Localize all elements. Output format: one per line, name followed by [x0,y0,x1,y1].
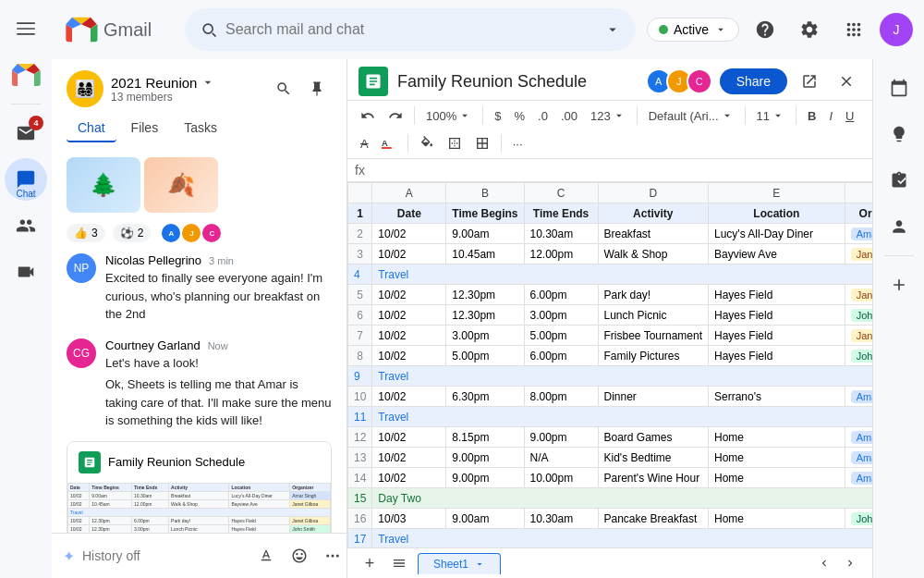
mail-badge: 4 [29,116,43,130]
table-row: 1 Date Time Begins Time Ends Activity Lo… [348,203,873,224]
fill-color-icon [419,136,434,151]
scroll-right-btn[interactable] [839,552,861,574]
text-nicolas: Excited to finally see everyone again! I… [105,269,332,324]
tab-tasks[interactable]: Tasks [173,115,228,142]
msg-content-courtney: Courtney Garland Now Let's have a look! … [105,338,332,430]
user-avatar[interactable]: J [880,13,913,46]
table-row: 13 10/02 9.00pm N/A Kid's Bedtime Home A… [348,448,873,468]
apps-btn[interactable] [835,11,872,48]
table-row: 5 10/02 12.30pm 6.00pm Park day! Hayes F… [348,285,873,305]
sheet-list-btn[interactable] [388,552,410,574]
reaction-avatar-1: A [162,224,180,242]
nav-chat-btn[interactable]: Chat [5,158,47,201]
chat-sidebar: 👨‍👩‍👧‍👦 2021 Reunion 13 members [52,59,347,578]
more-format-btn[interactable]: ··· [507,130,529,156]
search-dropdown-icon[interactable] [604,21,621,38]
active-status-badge[interactable]: Active [647,18,739,42]
chat-search-btn[interactable] [269,74,298,104]
group-dropdown-icon[interactable] [201,75,215,90]
time-courtney: Now [208,340,228,351]
percent-btn[interactable]: % [508,103,530,129]
tab-chat[interactable]: Chat [67,115,116,142]
file-card-header: Family Reunion Schedule [67,442,331,483]
share-button[interactable]: Share [720,68,787,94]
table-row: 3 10/02 10.45am 12.00pm Walk & Shop Bayv… [348,244,873,264]
gmail-text: Gmail [103,19,152,41]
reaction-2-count: 2 [138,227,144,240]
col-header-f[interactable]: F [845,183,872,203]
chat-tabs: Chat Files Tasks [52,107,346,142]
col-header-d[interactable]: D [598,183,709,203]
decimal-inc-btn[interactable]: .00 [555,103,583,129]
table-row: 17 Travel [348,529,873,548]
more-options-btn[interactable] [318,541,347,571]
format-num-btn[interactable]: 123 [585,103,631,129]
formula-bar: fx [347,159,872,182]
zoom-btn[interactable]: 100% [420,103,477,129]
hamburger-menu-btn[interactable] [5,7,47,50]
scroll-left-btn[interactable] [813,552,835,574]
currency-btn[interactable]: $ [489,103,506,129]
table-row: 11 Travel [348,407,873,427]
borders-btn[interactable] [442,130,468,156]
text-color-btn[interactable]: A [376,130,402,156]
fmt-div-6 [407,134,408,153]
fmt-div-2 [482,106,483,125]
strikethrough-btn[interactable]: A [355,130,374,156]
merge-cells-btn[interactable] [469,130,495,156]
format-text-btn[interactable] [251,541,281,571]
reaction-thumbs-up[interactable]: 👍 3 [67,224,105,242]
nav-meet-btn[interactable] [5,251,47,293]
right-panel-calendar-btn[interactable] [878,67,920,109]
open-in-new-btn[interactable] [795,67,824,96]
sheets-app-icon [359,67,388,96]
text-color-icon: A [382,136,396,151]
help-btn[interactable] [747,11,784,48]
nav-spaces-btn[interactable] [5,204,47,247]
table-row: 8 10/02 5.00pm 6.00pm Family Pictures Ha… [348,346,873,366]
chat-pin-btn[interactable] [302,74,332,104]
app-header: Gmail Active J [52,0,924,59]
file-preview: Date Time Begins Time Ends Activity Loca… [67,483,331,534]
svg-point-4 [332,555,334,558]
bold-btn[interactable]: B [802,103,821,129]
svg-rect-0 [17,22,35,24]
font-size-btn[interactable]: 11 [751,103,790,129]
italic-btn[interactable]: I [823,103,838,129]
col-header-c[interactable]: C [524,183,598,203]
right-panel-tasks-btn[interactable] [878,159,920,202]
search-bar[interactable] [185,8,636,51]
search-input[interactable] [225,21,597,38]
content-area: 👨‍👩‍👧‍👦 2021 Reunion 13 members [52,59,924,578]
close-sheet-btn[interactable] [832,67,861,96]
file-card-schedule[interactable]: Family Reunion Schedule Date Time Begins… [67,441,332,534]
font-family-btn[interactable]: Default (Ari... [643,103,739,129]
nav-separator [11,104,41,105]
table-row: 6 10/02 12.30pm 3.00pm Lunch Picnic Haye… [348,305,873,326]
col-header-e[interactable]: E [709,183,845,203]
add-sheet-btn[interactable]: + [359,552,381,574]
message-courtney: CG Courtney Garland Now Let's have a loo… [52,331,346,437]
undo-btn[interactable] [355,103,381,129]
fill-color-btn[interactable] [414,130,440,156]
col-header-b[interactable]: B [446,183,524,203]
col-header-a[interactable]: A [372,183,446,203]
redo-btn[interactable] [383,103,408,129]
fmt-div-4 [745,106,746,125]
right-panel-add-btn[interactable] [878,264,920,306]
underline-btn[interactable]: U [840,103,859,129]
emoji-btn[interactable] [285,541,314,571]
chat-input[interactable] [82,548,244,563]
decimal-dec-btn[interactable]: .0 [532,103,553,129]
settings-btn[interactable] [791,11,828,48]
right-panel-contacts-btn[interactable] [878,205,920,248]
chat-sidebar-header: 👨‍👩‍👧‍👦 2021 Reunion 13 members [52,59,346,107]
ai-sparkle-btn[interactable]: ✦ [63,543,75,569]
right-panel-keep-btn[interactable] [878,113,920,155]
reaction-soccer[interactable]: ⚽ 2 [113,224,152,242]
sheet-grid-wrapper[interactable]: A B C D E F G 1 Date [347,182,872,547]
sheet-tab-1[interactable]: Sheet1 [418,553,501,574]
nav-mail-btn[interactable]: 4 [5,112,47,154]
tab-files[interactable]: Files [120,115,170,142]
sheet-title-row: Family Reunion Schedule A J C Share [347,59,872,101]
